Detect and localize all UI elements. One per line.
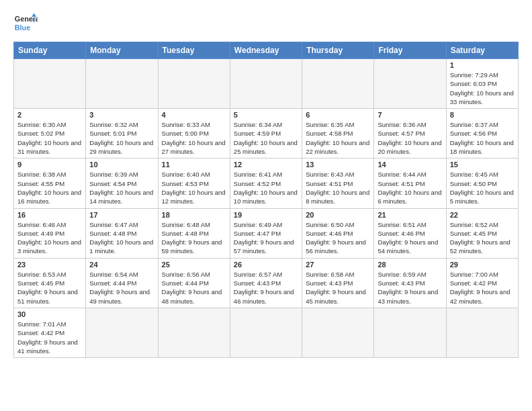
day-number: 28 [378, 261, 442, 269]
calendar-cell [374, 308, 446, 357]
day-number: 12 [234, 161, 298, 169]
calendar-cell: 28Sunrise: 6:59 AM Sunset: 4:43 PM Dayli… [374, 258, 446, 308]
day-number: 19 [234, 211, 298, 219]
day-number: 25 [162, 261, 226, 269]
day-info: Sunrise: 6:33 AM Sunset: 5:00 PM Dayligh… [162, 120, 226, 156]
day-number: 5 [234, 111, 298, 119]
calendar-cell [230, 59, 302, 109]
day-number: 20 [306, 211, 370, 219]
calendar-cell: 6Sunrise: 6:35 AM Sunset: 4:58 PM Daylig… [302, 109, 374, 158]
day-info: Sunrise: 6:30 AM Sunset: 5:02 PM Dayligh… [17, 120, 82, 156]
calendar-day-header: Tuesday [158, 42, 230, 59]
calendar-day-header: Wednesday [230, 42, 302, 59]
calendar-cell: 5Sunrise: 6:34 AM Sunset: 4:59 PM Daylig… [230, 109, 302, 158]
calendar-header-row: SundayMondayTuesdayWednesdayThursdayFrid… [14, 42, 519, 59]
calendar-day-header: Sunday [14, 42, 86, 59]
calendar-cell: 22Sunrise: 6:52 AM Sunset: 4:45 PM Dayli… [446, 208, 518, 258]
day-number: 1 [450, 61, 515, 69]
day-info: Sunrise: 7:00 AM Sunset: 4:42 PM Dayligh… [450, 270, 515, 306]
calendar-cell: 20Sunrise: 6:50 AM Sunset: 4:46 PM Dayli… [302, 208, 374, 258]
day-number: 6 [306, 111, 370, 119]
day-info: Sunrise: 6:41 AM Sunset: 4:52 PM Dayligh… [234, 170, 298, 205]
day-info: Sunrise: 6:53 AM Sunset: 4:45 PM Dayligh… [17, 270, 82, 306]
calendar-cell: 15Sunrise: 6:45 AM Sunset: 4:50 PM Dayli… [446, 158, 518, 208]
day-info: Sunrise: 6:35 AM Sunset: 4:58 PM Dayligh… [306, 120, 370, 156]
calendar-cell: 26Sunrise: 6:57 AM Sunset: 4:43 PM Dayli… [230, 258, 302, 308]
calendar-cell: 27Sunrise: 6:58 AM Sunset: 4:43 PM Dayli… [302, 258, 374, 308]
calendar-cell: 3Sunrise: 6:32 AM Sunset: 5:01 PM Daylig… [86, 109, 158, 158]
day-info: Sunrise: 6:37 AM Sunset: 4:56 PM Dayligh… [450, 120, 515, 156]
day-info: Sunrise: 6:51 AM Sunset: 4:46 PM Dayligh… [378, 220, 442, 256]
day-info: Sunrise: 6:49 AM Sunset: 4:47 PM Dayligh… [234, 220, 298, 256]
day-number: 22 [450, 211, 515, 219]
day-number: 18 [162, 211, 226, 219]
day-info: Sunrise: 6:50 AM Sunset: 4:46 PM Dayligh… [306, 220, 370, 256]
day-info: Sunrise: 6:34 AM Sunset: 4:59 PM Dayligh… [234, 120, 298, 156]
day-number: 24 [89, 261, 154, 269]
calendar-cell: 11Sunrise: 6:40 AM Sunset: 4:53 PM Dayli… [158, 158, 230, 208]
day-number: 8 [450, 111, 515, 119]
day-number: 2 [17, 111, 82, 119]
day-number: 21 [378, 211, 442, 219]
calendar-cell: 2Sunrise: 6:30 AM Sunset: 5:02 PM Daylig… [14, 109, 86, 158]
calendar-cell: 13Sunrise: 6:43 AM Sunset: 4:51 PM Dayli… [302, 158, 374, 208]
day-number: 27 [306, 261, 370, 269]
calendar-cell [446, 308, 518, 357]
calendar-cell: 8Sunrise: 6:37 AM Sunset: 4:56 PM Daylig… [446, 109, 518, 158]
day-number: 29 [450, 261, 515, 269]
day-number: 15 [450, 161, 515, 169]
calendar-cell [86, 308, 158, 357]
calendar-cell: 10Sunrise: 6:39 AM Sunset: 4:54 PM Dayli… [86, 158, 158, 208]
logo: General Blue [13, 11, 38, 35]
day-info: Sunrise: 6:38 AM Sunset: 4:55 PM Dayligh… [17, 170, 82, 205]
calendar-cell: 29Sunrise: 7:00 AM Sunset: 4:42 PM Dayli… [446, 258, 518, 308]
calendar-cell: 24Sunrise: 6:54 AM Sunset: 4:44 PM Dayli… [86, 258, 158, 308]
day-info: Sunrise: 6:57 AM Sunset: 4:43 PM Dayligh… [234, 270, 298, 306]
calendar-cell: 18Sunrise: 6:48 AM Sunset: 4:48 PM Dayli… [158, 208, 230, 258]
day-info: Sunrise: 6:46 AM Sunset: 4:49 PM Dayligh… [17, 220, 82, 256]
calendar-cell [230, 308, 302, 357]
calendar-day-header: Friday [374, 42, 446, 59]
calendar-cell: 30Sunrise: 7:01 AM Sunset: 4:42 PM Dayli… [14, 308, 86, 357]
day-number: 3 [89, 111, 154, 119]
calendar-cell [302, 308, 374, 357]
calendar-day-header: Saturday [446, 42, 518, 59]
calendar-cell: 19Sunrise: 6:49 AM Sunset: 4:47 PM Dayli… [230, 208, 302, 258]
day-number: 9 [17, 161, 82, 169]
calendar-cell [86, 59, 158, 109]
calendar-cell [374, 59, 446, 109]
svg-text:Blue: Blue [15, 24, 30, 32]
day-number: 30 [17, 310, 82, 318]
day-number: 11 [162, 161, 226, 169]
day-number: 7 [378, 111, 442, 119]
day-number: 10 [89, 161, 154, 169]
calendar-cell: 25Sunrise: 6:56 AM Sunset: 4:44 PM Dayli… [158, 258, 230, 308]
generalblue-logo-icon: General Blue [13, 11, 38, 35]
calendar-cell: 9Sunrise: 6:38 AM Sunset: 4:55 PM Daylig… [14, 158, 86, 208]
day-info: Sunrise: 6:54 AM Sunset: 4:44 PM Dayligh… [89, 270, 154, 306]
day-info: Sunrise: 6:59 AM Sunset: 4:43 PM Dayligh… [378, 270, 442, 306]
day-info: Sunrise: 6:56 AM Sunset: 4:44 PM Dayligh… [162, 270, 226, 306]
day-info: Sunrise: 6:58 AM Sunset: 4:43 PM Dayligh… [306, 270, 370, 306]
day-number: 26 [234, 261, 298, 269]
calendar-cell [302, 59, 374, 109]
day-info: Sunrise: 6:45 AM Sunset: 4:50 PM Dayligh… [450, 170, 515, 205]
calendar-cell: 1Sunrise: 7:29 AM Sunset: 6:03 PM Daylig… [446, 59, 518, 109]
calendar-day-header: Thursday [302, 42, 374, 59]
calendar-cell [158, 59, 230, 109]
day-number: 16 [17, 211, 82, 219]
day-info: Sunrise: 6:47 AM Sunset: 4:48 PM Dayligh… [89, 220, 154, 256]
page: General Blue SundayMondayTuesdayWednesda… [0, 0, 532, 411]
day-number: 4 [162, 111, 226, 119]
day-info: Sunrise: 6:36 AM Sunset: 4:57 PM Dayligh… [378, 120, 442, 156]
calendar-cell: 14Sunrise: 6:44 AM Sunset: 4:51 PM Dayli… [374, 158, 446, 208]
calendar-cell: 23Sunrise: 6:53 AM Sunset: 4:45 PM Dayli… [14, 258, 86, 308]
calendar-cell: 17Sunrise: 6:47 AM Sunset: 4:48 PM Dayli… [86, 208, 158, 258]
calendar-cell [158, 308, 230, 357]
day-info: Sunrise: 7:01 AM Sunset: 4:42 PM Dayligh… [17, 320, 82, 355]
calendar-cell: 21Sunrise: 6:51 AM Sunset: 4:46 PM Dayli… [374, 208, 446, 258]
calendar-cell: 7Sunrise: 6:36 AM Sunset: 4:57 PM Daylig… [374, 109, 446, 158]
day-info: Sunrise: 6:48 AM Sunset: 4:48 PM Dayligh… [162, 220, 226, 256]
day-number: 17 [89, 211, 154, 219]
calendar-day-header: Monday [86, 42, 158, 59]
